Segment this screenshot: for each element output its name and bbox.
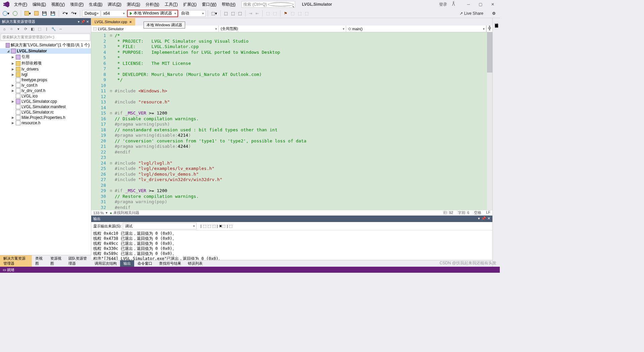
tb-extra-11[interactable]: ⬚ (304, 10, 310, 16)
search-box[interactable]: 搜索 (Ctrl+Q) (241, 1, 295, 8)
btab-r-1[interactable]: 输出 (120, 260, 134, 267)
menu-X[interactable]: 扩展(X) (180, 1, 199, 8)
out-tb-3[interactable]: ⬚ (212, 224, 216, 228)
sln-home-icon[interactable]: ⌂ (1, 26, 7, 32)
menu-P[interactable]: 项目(P) (67, 1, 86, 8)
tree-item[interactable]: ▶lvgl (0, 72, 91, 77)
sln-wrench-icon[interactable]: 🔧 (51, 26, 57, 32)
fold-gutter[interactable]: ⊟ ⊟ ⊟ ⊟ ⊟ (110, 32, 115, 210)
output-src-combo[interactable]: 调试 (123, 223, 197, 229)
start-debug-button[interactable]: 本地 Windows 调试器 (127, 10, 178, 17)
menu-H[interactable]: 帮助(H) (219, 1, 238, 8)
tree-item[interactable]: ▶LVGL.Simulator.cpp (0, 99, 91, 104)
code-text[interactable]: /* * PROJECT: LVGL PC Simulator using Vi… (115, 32, 487, 210)
tb-extra-3[interactable]: ⬚ (230, 10, 236, 16)
nav-fwd-button[interactable] (11, 10, 19, 16)
tree-item[interactable]: ▶lv_drivers (0, 67, 91, 72)
tb-extra-2[interactable]: ⬚ (223, 10, 229, 16)
menu-V[interactable]: 视图(V) (49, 1, 67, 8)
login-button[interactable]: 登录 ᐰ (431, 0, 459, 9)
sln-close-icon[interactable]: ✕ (86, 20, 89, 24)
out-pin-icon[interactable]: 📌 (481, 216, 486, 221)
close-button[interactable]: ✕ (487, 1, 498, 8)
sln-project[interactable]: ◢LVGL.Simulator (0, 48, 91, 54)
sln-dropdown-icon[interactable]: ▾ (78, 20, 79, 24)
out-dropdown-icon[interactable]: ▾ (478, 216, 480, 221)
tb-extra-5[interactable]: ⇥ (248, 10, 254, 16)
redo-button[interactable]: ↷▾ (70, 10, 78, 16)
tree-item[interactable]: ▶resource.h (0, 120, 91, 126)
menu-E[interactable]: 编辑(E) (30, 1, 49, 8)
btab-l-2[interactable]: 资源视图 (47, 255, 65, 267)
tree-item[interactable]: ▶lv_drv_conf.h (0, 88, 91, 93)
tb-extra-7[interactable]: ⬚ (265, 10, 271, 16)
sln-tb-2[interactable]: ⟳ (22, 26, 29, 32)
menu-B[interactable]: 生成(B) (86, 1, 105, 8)
live-share-button[interactable]: ↗ Live Share (460, 11, 483, 16)
tree-item[interactable]: ▶Mile.Project.Properties.h (0, 115, 91, 120)
auto-combo[interactable]: 自动 (179, 10, 206, 17)
menu-D[interactable]: 调试(D) (105, 1, 124, 8)
btab-r-2[interactable]: 命令窗口 (134, 260, 156, 267)
tb-extra-9[interactable]: ⬚ (289, 10, 296, 16)
nav-back-button[interactable]: ▾ (1, 10, 11, 16)
sln-tb-1[interactable]: ○ (8, 26, 14, 32)
vertical-scrollbar[interactable] (487, 32, 492, 210)
menu-N[interactable]: 分析(N) (143, 1, 162, 8)
tb-extra-8[interactable]: ⬚ (272, 10, 278, 16)
save-button[interactable]: 💾 (41, 10, 48, 16)
sln-tb-4[interactable]: ⬚ (37, 26, 43, 32)
tb-extra-6[interactable]: ⇤ (254, 10, 260, 16)
btab-r-3[interactable]: 查找符号结果 (156, 260, 184, 267)
file-tab[interactable]: LVGL.Simulator.cpp✕ (91, 18, 135, 26)
config-combo[interactable]: Debug (82, 10, 100, 17)
output-text[interactable]: 线程 0x4c10 已退出，返回值为 0 (0x0)。 线程 0x4738 已退… (91, 230, 492, 260)
tb-extra-4[interactable]: ⬚ (237, 10, 243, 16)
save-all-button[interactable]: 💾 (49, 10, 57, 16)
zoom-level[interactable]: 133 % (93, 211, 104, 215)
minimize-button[interactable]: ─ (463, 1, 474, 8)
platform-combo[interactable]: x64 (101, 10, 126, 17)
tree-item[interactable]: freetype.props (0, 77, 91, 83)
tree-item[interactable]: LVGL.ico (0, 93, 91, 99)
btab-l-1[interactable]: 类视图 (32, 255, 47, 267)
out-tb-1[interactable]: ⬚ (203, 224, 206, 228)
tree-item[interactable]: LVGL.Simulator.rc (0, 109, 91, 115)
tree-item[interactable]: ▶lv_conf.h (0, 83, 91, 88)
right-sidebar[interactable]: 诊断 服务器资源 (492, 18, 500, 267)
nav-member[interactable]: ◇ main() (346, 26, 486, 32)
scroll-thumb[interactable] (487, 32, 492, 73)
code-editor[interactable]: 1234567891011121314151617181920212223242… (91, 32, 492, 210)
out-tb-2[interactable]: ⬚ (208, 224, 211, 228)
out-close-icon[interactable]: ✕ (487, 216, 490, 221)
tb-extra-1[interactable]: ⬚▾ (210, 10, 218, 16)
tb-flag[interactable]: ⚑ (282, 10, 289, 16)
nav-scope[interactable]: (全局范围) (219, 26, 346, 32)
btab-r-0[interactable]: 调用层次结构 (91, 260, 120, 267)
new-project-button[interactable]: ▾ (23, 10, 32, 16)
undo-button[interactable]: ↶▾ (61, 10, 69, 16)
tb-extra-10[interactable]: ⬚ (297, 10, 303, 16)
sln-tb-3[interactable]: ◧ (30, 26, 36, 32)
btab-l-3[interactable]: 团队资源管理器 (65, 255, 91, 267)
btab-l-0[interactable]: 解决方案资源管理器 (0, 255, 32, 267)
sln-tb-6[interactable]: ↔ (58, 26, 64, 32)
btab-r-4[interactable]: 错误列表 (184, 260, 206, 267)
tree-item[interactable]: LVGL.Simulator.manifest (0, 104, 91, 109)
out-tb-5[interactable]: ⬚ (229, 224, 232, 228)
menu-S[interactable]: 测试(S) (124, 1, 143, 8)
menu-T[interactable]: 工具(T) (162, 1, 180, 8)
tree-item[interactable]: ▶引用 (0, 54, 91, 60)
open-button[interactable] (33, 10, 40, 16)
sln-pin-icon[interactable]: 📌 (81, 20, 85, 24)
menu-W[interactable]: 窗口(W) (199, 1, 219, 8)
split-button[interactable]: ╬ (486, 26, 492, 32)
menu-F[interactable]: 文件(F) (11, 1, 30, 8)
sln-root[interactable]: 解决方案"LVGL.Simulator"(1 个项目/共 1 个) (0, 42, 91, 48)
tree-item[interactable]: ▶外部依赖项 (0, 60, 91, 67)
maximize-button[interactable]: ▢ (475, 1, 486, 8)
tab-close-icon[interactable]: ✕ (129, 20, 132, 24)
out-tb-4[interactable]: ✖⬚ (219, 224, 225, 228)
sln-search[interactable]: 搜索解决方案资源管理器(Ctrl+;) (1, 34, 90, 41)
customize-toolbar[interactable]: ⚙ (491, 10, 497, 16)
